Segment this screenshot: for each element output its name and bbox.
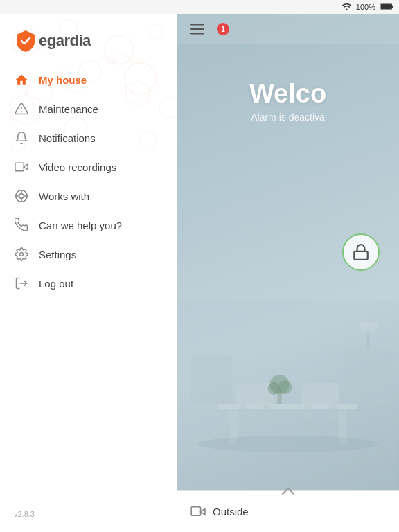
sidebar-item-label-notifications: Notifications bbox=[39, 132, 96, 144]
hamburger-button[interactable] bbox=[186, 18, 209, 40]
sidebar-item-label-my-house: My house bbox=[39, 74, 87, 86]
phone-icon bbox=[14, 218, 29, 233]
battery-icon bbox=[380, 3, 393, 12]
sidebar-item-works-with[interactable]: Works with bbox=[0, 181, 177, 211]
svg-rect-1 bbox=[381, 3, 391, 9]
main-content: 1 Welco Alarm is deactiva bbox=[177, 14, 399, 532]
works-with-icon bbox=[14, 188, 29, 204]
sidebar-item-label-video: Video recordings bbox=[39, 161, 116, 173]
bottom-camera-section: Outside bbox=[190, 504, 249, 520]
sidebar-item-label-maintenance: Maintenance bbox=[39, 103, 98, 115]
lock-button[interactable] bbox=[342, 233, 380, 271]
bell-icon bbox=[14, 130, 29, 145]
svg-rect-16 bbox=[15, 163, 24, 171]
svg-marker-15 bbox=[24, 164, 28, 170]
svg-rect-45 bbox=[190, 28, 204, 30]
camera-icon bbox=[190, 504, 206, 520]
svg-rect-46 bbox=[190, 33, 204, 35]
sidebar-item-maintenance[interactable]: Maintenance bbox=[0, 94, 177, 123]
sidebar-item-can-we-help[interactable]: Can we help you? bbox=[0, 211, 177, 240]
bottom-collapse-button[interactable] bbox=[278, 481, 298, 501]
maintenance-icon bbox=[14, 101, 29, 116]
logout-icon bbox=[14, 276, 29, 291]
home-icon bbox=[14, 72, 29, 87]
main-header: 1 bbox=[177, 14, 399, 44]
svg-rect-44 bbox=[190, 24, 204, 26]
svg-point-23 bbox=[20, 253, 24, 256]
lock-area bbox=[177, 14, 399, 490]
sidebar-item-label-logout: Log out bbox=[39, 278, 73, 290]
bottom-camera-label: Outside bbox=[213, 506, 249, 517]
status-bar: 100% bbox=[0, 0, 399, 14]
wifi-icon bbox=[342, 2, 352, 12]
svg-rect-47 bbox=[354, 251, 368, 260]
sidebar-item-label-settings: Settings bbox=[39, 249, 76, 260]
settings-icon bbox=[14, 247, 29, 262]
sidebar-item-label-help: Can we help you? bbox=[39, 220, 122, 231]
logo-shield-icon bbox=[14, 29, 37, 53]
sidebar-item-video-recordings[interactable]: Video recordings bbox=[0, 152, 177, 181]
version-text: v2.8.3 bbox=[0, 503, 177, 532]
sidebar-item-label-works: Works with bbox=[39, 190, 89, 202]
sidebar-item-log-out[interactable]: Log out bbox=[0, 269, 177, 298]
svg-marker-48 bbox=[201, 508, 205, 515]
bottom-bar: Outside bbox=[177, 490, 399, 532]
sidebar-item-my-house[interactable]: My house bbox=[0, 65, 177, 94]
nav-menu: My house Maintenance Notifications bbox=[0, 65, 177, 503]
logo: egardia bbox=[14, 29, 163, 53]
logo-text: egardia bbox=[39, 32, 91, 50]
notification-badge[interactable]: 1 bbox=[217, 23, 229, 35]
svg-rect-49 bbox=[191, 506, 201, 515]
battery-level: 100% bbox=[356, 3, 375, 11]
sidebar: egardia My house Maintenance bbox=[0, 14, 177, 532]
logo-area: egardia bbox=[0, 14, 177, 65]
sidebar-item-settings[interactable]: Settings bbox=[0, 240, 177, 269]
svg-point-18 bbox=[19, 194, 24, 199]
video-icon bbox=[14, 159, 29, 175]
sidebar-item-notifications[interactable]: Notifications bbox=[0, 123, 177, 152]
